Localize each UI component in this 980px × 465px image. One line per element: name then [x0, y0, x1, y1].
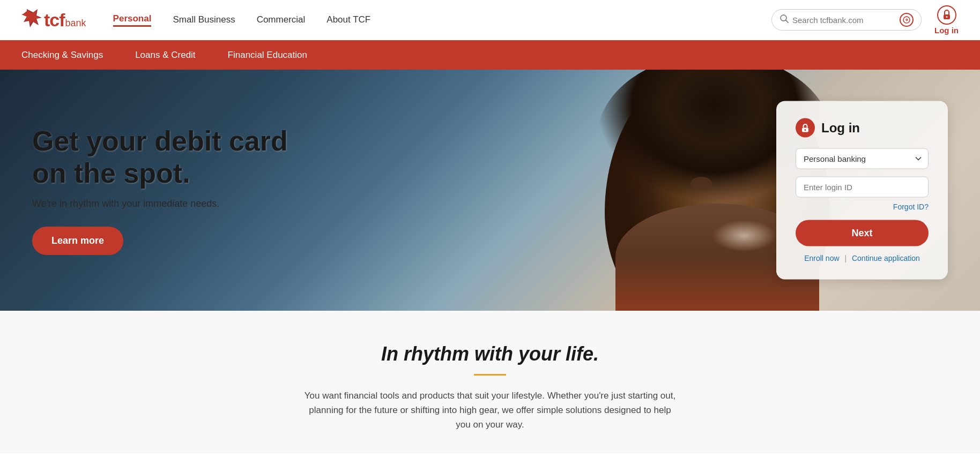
- subnav-loans-credit[interactable]: Loans & Credit: [135, 50, 195, 61]
- hero-section: Get your debit card on the spot. We're i…: [0, 70, 980, 311]
- hero-title: Get your debit card on the spot.: [32, 125, 289, 190]
- lock-icon: [937, 5, 956, 25]
- nav-about-tcf[interactable]: About TCF: [326, 14, 370, 25]
- search-submit-icon[interactable]: [900, 13, 914, 27]
- login-card-title: Log in: [821, 121, 860, 136]
- bottom-body-text: You want financial tools and products th…: [302, 388, 678, 432]
- forgot-id-section: Forgot ID?: [796, 202, 929, 212]
- login-card-lock-icon: [796, 118, 815, 138]
- footer-separator: |: [844, 254, 847, 262]
- svg-point-7: [805, 129, 806, 131]
- logo[interactable]: tcf bank: [21, 8, 86, 32]
- logo-text: tcf bank: [44, 10, 86, 31]
- subnav-financial-education[interactable]: Financial Education: [228, 50, 307, 61]
- forgot-id-link[interactable]: Forgot ID?: [893, 202, 929, 211]
- next-button[interactable]: Next: [796, 220, 929, 246]
- top-navigation: tcf bank Personal Small Business Commerc…: [0, 0, 980, 40]
- search-icon: [779, 14, 789, 26]
- learn-more-button[interactable]: Learn more: [32, 227, 123, 255]
- login-label: Log in: [934, 26, 959, 35]
- nav-personal[interactable]: Personal: [113, 13, 152, 27]
- hero-subtitle: We're in rhythm with your immediate need…: [32, 198, 289, 209]
- main-navigation: Personal Small Business Commercial About…: [113, 13, 771, 27]
- logo-bank: bank: [65, 18, 86, 29]
- svg-line-1: [786, 20, 789, 23]
- bottom-section: In rhythm with your life. You want finan…: [0, 311, 980, 454]
- continue-application-link[interactable]: Continue application: [852, 254, 920, 262]
- login-id-input[interactable]: [796, 177, 929, 198]
- enroll-now-link[interactable]: Enroll now: [804, 254, 839, 262]
- search-input[interactable]: [792, 16, 895, 25]
- bottom-divider: [474, 374, 506, 376]
- logo-tcf: tcf: [44, 10, 65, 31]
- nav-commercial[interactable]: Commercial: [257, 14, 306, 25]
- card-footer-links: Enroll now | Continue application: [796, 254, 929, 262]
- nav-small-business[interactable]: Small Business: [173, 14, 235, 25]
- search-bar[interactable]: [771, 9, 922, 31]
- nav-right-section: Log in: [771, 5, 959, 35]
- sub-navigation: Checking & Savings Loans & Credit Financ…: [0, 40, 980, 70]
- subnav-checking-savings[interactable]: Checking & Savings: [21, 50, 103, 61]
- hero-content: Get your debit card on the spot. We're i…: [0, 125, 322, 255]
- bottom-title: In rhythm with your life.: [21, 343, 959, 365]
- login-button[interactable]: Log in: [934, 5, 959, 35]
- tcf-logo-icon: [21, 8, 42, 32]
- login-card: Log in Personal banking Business banking…: [776, 101, 948, 280]
- svg-point-5: [946, 16, 947, 18]
- login-card-header: Log in: [796, 118, 929, 138]
- banking-type-select[interactable]: Personal banking Business banking: [796, 148, 929, 169]
